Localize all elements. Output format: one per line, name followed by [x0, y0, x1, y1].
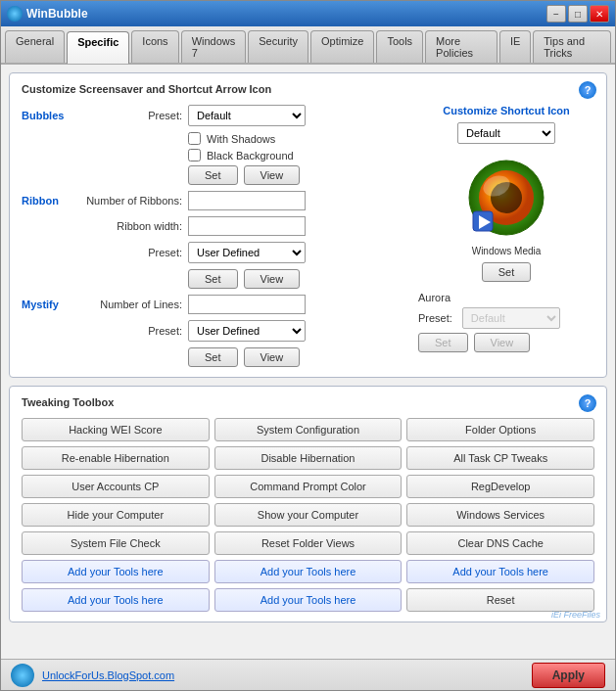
shadows-label: With Shadows	[207, 133, 275, 145]
title-bar: WinBubble − □ ✕	[1, 1, 615, 26]
media-set-button[interactable]: Set	[482, 262, 532, 282]
user-accounts-btn[interactable]: User Accounts CP	[22, 475, 210, 498]
main-content: Customize Screensaver and Shortcut Arrow…	[1, 65, 615, 659]
tab-ie[interactable]: IE	[499, 30, 531, 63]
window-title: WinBubble	[26, 7, 88, 21]
ribbon-width-row: Ribbon width:	[22, 216, 403, 236]
aurora-btn-row: Set View	[418, 333, 594, 352]
mystify-row: Mystify Number of Lines:	[22, 295, 403, 314]
status-icon	[11, 664, 34, 687]
maximize-button[interactable]: □	[568, 5, 588, 23]
windows-media-label: Windows Media	[472, 246, 542, 256]
apply-button[interactable]: Apply	[532, 663, 605, 688]
main-window: WinBubble − □ ✕ General Specific Icons W…	[0, 0, 616, 691]
ribbon-preset-row: Preset: User Defined	[22, 242, 403, 263]
mystify-preset-label: Preset:	[80, 325, 188, 337]
system-config-btn[interactable]: System Configuration	[214, 418, 403, 441]
add-tool-btn-5[interactable]: Add your Tools here	[214, 588, 403, 612]
add-tool-btn-2[interactable]: Add your Tools here	[214, 560, 403, 583]
num-ribbons-input[interactable]	[188, 191, 306, 210]
mystify-set-button[interactable]: Set	[188, 347, 238, 367]
add-tool-btn-3[interactable]: Add your Tools here	[406, 560, 594, 583]
tab-icons[interactable]: Icons	[131, 30, 178, 63]
add-tool-btn-4[interactable]: Add your Tools here	[22, 588, 210, 612]
ribbon-view-button[interactable]: View	[244, 269, 301, 289]
mystify-preset-row: Preset: User Defined	[22, 320, 403, 342]
screensaver-left: Bubbles Preset: Default With Shadows Bla…	[22, 105, 403, 367]
ribbon-label: Ribbon	[22, 195, 80, 207]
mystify-btn-row: Set View	[188, 347, 403, 367]
aurora-view-button: View	[474, 333, 531, 352]
tab-bar: General Specific Icons Windows 7 Securit…	[1, 26, 615, 65]
bubbles-preset-label: Preset:	[80, 110, 188, 121]
title-bar-left: WinBubble	[7, 6, 88, 22]
toolbox-panel: Tweaking Toolbox ? Hacking WEI Score Sys…	[9, 386, 607, 622]
shortcut-icon-title: Customize Shortcut Icon	[443, 105, 570, 116]
tab-tips[interactable]: Tips and Tricks	[533, 30, 611, 63]
close-button[interactable]: ✕	[590, 5, 609, 23]
aurora-preset-select: Default	[462, 307, 560, 329]
windows-services-btn[interactable]: Windows Services	[406, 503, 594, 527]
toolbox-title: Tweaking Toolbox	[22, 396, 594, 408]
num-ribbons-label: Number of Ribbons:	[80, 195, 188, 207]
mystify-preset-select[interactable]: User Defined	[188, 320, 306, 342]
ribbon-preset-select[interactable]: User Defined	[188, 242, 306, 263]
tab-windows7[interactable]: Windows 7	[181, 30, 247, 63]
tab-more-policies[interactable]: More Policies	[425, 30, 498, 63]
windows-media-area	[462, 154, 550, 242]
minimize-button[interactable]: −	[546, 5, 566, 23]
blackbg-label: Black Background	[207, 150, 294, 161]
status-link[interactable]: UnlockForUs.BlogSpot.com	[42, 669, 174, 681]
reset-btn[interactable]: Reset	[406, 588, 594, 612]
aurora-section: Aurora Preset: Default Set View	[418, 292, 594, 352]
num-lines-input[interactable]	[188, 295, 306, 314]
ribbon-width-label: Ribbon width:	[80, 220, 188, 232]
shadows-checkbox-row: With Shadows	[188, 132, 403, 145]
app-icon	[7, 6, 23, 22]
windows-media-logo	[467, 159, 545, 237]
folder-options-btn[interactable]: Folder Options	[406, 418, 594, 441]
tab-optimize[interactable]: Optimize	[310, 30, 374, 63]
ribbon-set-button[interactable]: Set	[188, 269, 238, 289]
screensaver-right: Customize Shortcut Icon Default	[418, 105, 594, 367]
hide-computer-btn[interactable]: Hide your Computer	[22, 503, 210, 527]
screensaver-panel: Customize Screensaver and Shortcut Arrow…	[9, 72, 607, 378]
mystify-view-button[interactable]: View	[244, 347, 301, 367]
aurora-label: Aurora	[418, 292, 594, 303]
shortcut-select[interactable]: Default	[457, 122, 555, 144]
screensaver-content: Bubbles Preset: Default With Shadows Bla…	[22, 105, 594, 367]
all-task-cp-btn[interactable]: All Task CP Tweaks	[406, 446, 594, 470]
reset-folder-views-btn[interactable]: Reset Folder Views	[214, 531, 403, 555]
shadows-checkbox[interactable]	[188, 132, 201, 145]
show-computer-btn[interactable]: Show your Computer	[214, 503, 403, 527]
tab-specific[interactable]: Specific	[67, 31, 129, 64]
hacking-wei-btn[interactable]: Hacking WEI Score	[22, 418, 210, 441]
tab-security[interactable]: Security	[248, 30, 308, 63]
tab-tools[interactable]: Tools	[376, 30, 423, 63]
aurora-preset-label: Preset:	[418, 312, 452, 324]
blackbg-checkbox-row: Black Background	[188, 149, 403, 161]
blackbg-checkbox[interactable]	[188, 149, 201, 161]
reenable-hibernation-btn[interactable]: Re-enable Hibernation	[22, 446, 210, 470]
tab-general[interactable]: General	[5, 30, 65, 63]
ribbon-btn-row: Set View	[188, 269, 403, 289]
toolbox-help-icon[interactable]: ?	[579, 394, 596, 412]
bubbles-view-button[interactable]: View	[244, 165, 301, 185]
add-tool-btn-1[interactable]: Add your Tools here	[22, 560, 210, 583]
aurora-preset-row: Preset: Default	[418, 307, 594, 329]
ribbon-width-input[interactable]	[188, 216, 306, 236]
toolbox-grid: Hacking WEI Score System Configuration F…	[22, 418, 594, 612]
clear-dns-btn[interactable]: Clear DNS Cache	[406, 531, 594, 555]
ribbon-row: Ribbon Number of Ribbons:	[22, 191, 403, 210]
shortcut-select-row: Default	[457, 122, 555, 144]
bubbles-preset-select[interactable]: Default	[188, 105, 306, 126]
bubbles-btn-row: Set View	[188, 165, 403, 185]
cmd-prompt-color-btn[interactable]: Command Prompt Color	[214, 475, 403, 498]
status-left: UnlockForUs.BlogSpot.com	[11, 664, 174, 687]
screensaver-help-icon[interactable]: ?	[579, 81, 596, 99]
disable-hibernation-btn[interactable]: Disable Hibernation	[214, 446, 403, 470]
status-bar: UnlockForUs.BlogSpot.com Apply	[1, 659, 615, 690]
system-file-check-btn[interactable]: System File Check	[22, 531, 210, 555]
bubbles-set-button[interactable]: Set	[188, 165, 238, 185]
regdevelop-btn[interactable]: RegDevelop	[406, 475, 594, 498]
